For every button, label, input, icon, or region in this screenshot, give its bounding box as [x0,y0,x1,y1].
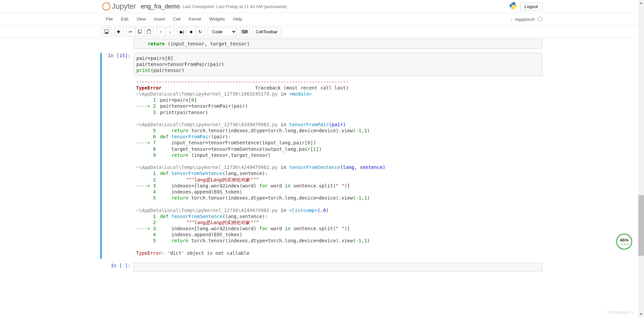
toolbar: ✚ ✂ ↑ ↓ ▶| ■ ↻ Code ⌨ CellToolbar [0,26,644,38]
svg-rect-3 [106,32,108,34]
scrollbar-thumb[interactable] [638,195,644,256]
jupyter-icon [102,2,111,11]
move-down-button[interactable]: ↓ [165,27,175,36]
menu-cell[interactable]: Cell [169,13,184,25]
svg-rect-7 [148,29,150,30]
stop-icon: ■ [190,29,193,34]
celltoolbar-button[interactable]: CellToolbar [252,27,281,36]
save-icon [104,29,109,34]
down-icon: ↓ [169,29,171,34]
svg-rect-5 [139,29,142,33]
speed-percent: 46% [620,238,629,243]
code-cell-previous[interactable]: return (input_tensor, target_tensor) [102,39,542,49]
menu-view[interactable]: View [132,13,150,25]
restart-button[interactable]: ↻ [196,27,205,36]
menu-widgets[interactable]: Widgets [205,13,229,25]
svg-point-1 [108,3,109,4]
code-input[interactable]: pair=pairs[0] pairtensor=tensorFromPair(… [134,53,542,76]
cut-icon: ✂ [129,29,132,34]
paste-icon [147,29,151,34]
stop-button[interactable]: ■ [187,27,196,36]
run-icon: ▶| [180,29,184,34]
menu-help[interactable]: Help [229,13,246,25]
logout-button[interactable]: Logout [520,2,542,11]
vertical-scrollbar[interactable]: ▲ ▼ [638,0,644,272]
input-prompt: In [ ]: [102,263,134,268]
save-button[interactable] [102,27,111,36]
jupyter-logo[interactable]: Jupyter [102,2,136,11]
menu-kernel[interactable]: Kernel [185,13,205,25]
keyboard-icon: ⌨ [241,29,248,34]
speed-widget[interactable]: 46% ↑ 0.2K/s [616,234,632,250]
menu-edit[interactable]: Edit [117,13,132,25]
svg-rect-6 [147,30,151,34]
code-cell-empty[interactable]: In [ ]: [102,263,542,272]
copy-button[interactable] [135,27,145,36]
notebook-name[interactable]: eng_fra_demo [141,3,180,10]
menubar: File Edit View Insert Cell Kernel Widget… [0,13,644,26]
notebook-header: Jupyter eng_fra_demo Last Checkpoint: La… [0,0,644,13]
plus-icon: ✚ [117,29,120,34]
cell-type-select[interactable]: Code [208,27,237,36]
scroll-up-icon[interactable]: ▲ [638,0,644,6]
notebook-area: return (input_tensor, target_tensor) In … [97,39,547,272]
restart-icon: ↻ [198,29,202,34]
copy-icon [138,29,142,34]
cell-output-error: ----------------------------------------… [134,76,542,259]
code-cell-15[interactable]: In [15]: pair=pairs[0] pairtensor=tensor… [100,53,542,259]
code-input[interactable] [134,263,542,272]
add-cell-button[interactable]: ✚ [114,27,123,36]
kernel-indicator-icon [538,17,542,22]
input-prompt: In [15]: [102,53,134,58]
paste-button[interactable] [144,27,154,36]
menu-insert[interactable]: Insert [150,13,169,25]
move-up-button[interactable]: ↑ [156,27,166,36]
python-icon [509,1,518,11]
up-icon: ↑ [160,29,162,34]
code-input[interactable]: return (input_tensor, target_tensor) [134,39,542,49]
cut-button[interactable]: ✂ [126,27,136,36]
speed-rate: ↑ 0.2K/s [619,243,629,246]
run-button[interactable]: ▶| [178,27,187,36]
kernel-name[interactable]: mypytorch [515,17,535,22]
command-palette-button[interactable]: ⌨ [240,27,250,36]
menu-file[interactable]: File [102,13,117,25]
checkpoint-status: Last Checkpoint: Last Friday at 11:43 AM… [183,4,287,9]
